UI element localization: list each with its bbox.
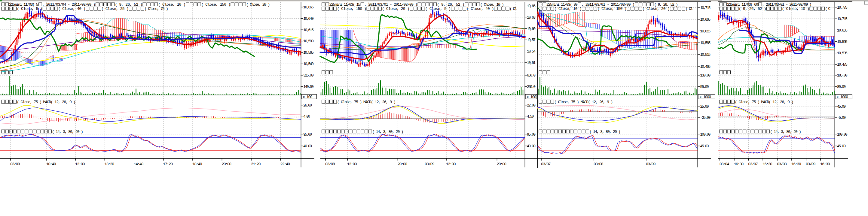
svg-text:03/08: 03/08 (594, 162, 603, 167)
svg-text:10,590: 10,590 (303, 39, 314, 43)
svg-text:10,60: 10,60 (527, 27, 535, 31)
svg-text:10,595: 10,595 (837, 40, 847, 44)
svg-text:45.00: 45.00 (700, 144, 709, 148)
svg-text:25.00: 25.00 (700, 104, 709, 109)
svg-text:16:30: 16:30 (820, 162, 830, 167)
svg-text:( 9, 26, 52 ): ( 9, 26, 52 ) (654, 2, 678, 7)
svg-text:22:40: 22:40 (280, 162, 290, 167)
svg-text:( Close, 20 ): ( Close, 20 ) (382, 7, 410, 11)
svg-text:325.00: 325.00 (303, 73, 314, 78)
svg-text:( Close, 75 ) MACD( 12, 26, 9: ( Close, 75 ) MACD( 12, 26, 9 ) (554, 100, 613, 104)
svg-text:40.00: 40.00 (527, 144, 535, 148)
svg-text:45.00: 45.00 (837, 144, 846, 148)
svg-text:10,66: 10,66 (527, 4, 535, 8)
svg-text:10:40: 10:40 (46, 162, 56, 167)
svg-text:, 2011/03/01 - 2011/03/09 ): , 2011/03/01 - 2011/03/09 ) (582, 2, 635, 7)
svg-text:( 14, 3, 80, 20 ): ( 14, 3, 80, 20 ) (770, 130, 801, 134)
svg-text:( 14, 3, 80, 20 ): ( 14, 3, 80, 20 ) (372, 130, 404, 134)
svg-text:( Close, 10 ): ( Close, 10 ) (158, 2, 186, 7)
svg-text:22.00: 22.00 (527, 103, 535, 108)
svg-text:( Close, 75 ) MACD( 12, 26, 9: ( Close, 75 ) MACD( 12, 26, 9 ) (337, 100, 396, 104)
svg-text:( 14, 3, 80, 20 ): ( 14, 3, 80, 20 ) (589, 130, 621, 134)
svg-text:18:40: 18:40 (192, 162, 202, 167)
svg-text:( Close, 25 ): ( Close, 25 ) (101, 7, 129, 11)
svg-text:03/09: 03/09 (806, 162, 816, 167)
svg-text:03/09: 03/09 (646, 162, 656, 167)
svg-text:( Close, 150 ): ( Close, 150 ) (597, 7, 627, 11)
svg-text:, 2011/03/01 - 2011/03/09 ): , 2011/03/01 - 2011/03/09 ) (762, 2, 812, 7)
svg-text:03/09: 03/09 (425, 162, 435, 167)
svg-text:( Cl: ( Cl (686, 7, 693, 11)
svg-text:14:40: 14:40 (134, 162, 144, 167)
svg-text:10,655: 10,655 (837, 28, 847, 33)
svg-text:10,540: 10,540 (303, 62, 314, 66)
svg-text:225mini 11/03( 30: 225mini 11/03( 30 (547, 2, 578, 7)
svg-text:12:00: 12:00 (347, 162, 357, 167)
svg-text:( Close, 75 ) MACD( 12, 26, 9: ( Close, 75 ) MACD( 12, 26, 9 ) (735, 100, 794, 104)
svg-text:26.00: 26.00 (303, 103, 312, 108)
svg-text:( 9, 26, 52 ): ( 9, 26, 52 ) (739, 7, 767, 11)
svg-text:03/07: 03/07 (541, 162, 551, 167)
svg-text:20:00: 20:00 (222, 162, 232, 167)
svg-text:03/09: 03/09 (10, 162, 20, 167)
svg-text:100.00: 100.00 (837, 132, 847, 137)
svg-text:03/04: 03/04 (719, 162, 730, 167)
svg-text:( Close, 75 ) MACD( 12, 26, 9: ( Close, 75 ) MACD( 12, 26, 9 ) (17, 100, 75, 104)
svg-text:10,57: 10,57 (527, 38, 535, 42)
svg-text:10,665: 10,665 (303, 5, 314, 10)
svg-text:( Close, 150 ): ( Close, 150 ) (202, 2, 231, 7)
svg-text:10,535: 10,535 (837, 51, 847, 56)
svg-text:4.50: 4.50 (527, 114, 534, 119)
svg-text:10,515: 10,515 (700, 52, 711, 57)
svg-text:( C: ( C (825, 7, 831, 11)
svg-text:, 2011/03/01 - 2011/03/09 ): , 2011/03/01 - 2011/03/09 ) (364, 2, 417, 7)
svg-text:10,615: 10,615 (700, 29, 711, 34)
svg-text:( 9, 26, 52 ): ( 9, 26, 52 ) (115, 2, 143, 7)
svg-text:21:20: 21:20 (251, 162, 261, 167)
svg-text:03/08: 03/08 (325, 162, 335, 167)
svg-text:650.0: 650.0 (527, 73, 535, 78)
svg-text:03/07: 03/07 (748, 162, 758, 167)
svg-text:17:20: 17:20 (163, 162, 173, 167)
svg-text:12:00: 12:00 (446, 162, 456, 167)
svg-text:x 100: x 100 (303, 95, 313, 99)
svg-text:10,715: 10,715 (700, 6, 711, 10)
svg-text:x 1000: x 1000 (836, 95, 848, 99)
svg-text:-25.00: -25.00 (700, 115, 711, 120)
svg-text:40.00: 40.00 (303, 144, 312, 148)
svg-text:95.00: 95.00 (527, 132, 535, 137)
svg-text:10,63: 10,63 (527, 15, 535, 20)
svg-text:80.00: 80.00 (837, 84, 846, 89)
svg-text:( Close, 75 ): ( Close, 75 ) (144, 7, 168, 11)
svg-text:10,475: 10,475 (837, 62, 847, 67)
svg-text:16:30: 16:30 (792, 162, 801, 167)
svg-text:x 1000: x 1000 (700, 95, 711, 99)
svg-text:225mini 11/03( 5: 225mini 11/03( 5 (9, 2, 38, 7)
svg-text:10,465: 10,465 (700, 65, 711, 69)
svg-text:10,565: 10,565 (303, 50, 314, 55)
svg-text:10,640: 10,640 (303, 16, 314, 21)
svg-text:( Close, 10 ): ( Close, 10 ) (554, 7, 582, 11)
svg-text:4.00: 4.00 (303, 114, 310, 119)
svg-text:( Close, 10 ): ( Close, 10 ) (782, 7, 810, 11)
svg-text:10,615: 10,615 (303, 28, 314, 32)
svg-text:12:00: 12:00 (75, 162, 85, 167)
svg-text:250.0: 250.0 (527, 84, 535, 89)
svg-text:03/08: 03/08 (777, 162, 787, 167)
svg-text:( Close, 20 ): ( Close, 20 ) (246, 2, 270, 7)
svg-text:20:00: 20:00 (497, 162, 507, 167)
svg-text:45.00: 45.00 (837, 104, 846, 109)
svg-text:225mini 11/03( 15: 225mini 11/03( 15 (330, 2, 361, 7)
svg-text:20:00: 20:00 (398, 162, 408, 167)
svg-text:, 2011/03/04 - 2011/03/09 ): , 2011/03/04 - 2011/03/09 ) (42, 2, 96, 7)
svg-text:( Close, 40 ): ( Close, 40 ) (466, 7, 494, 11)
svg-text:140.00: 140.00 (303, 84, 314, 89)
svg-text:( Close, 40 ): ( Close, 40 ) (58, 7, 86, 11)
svg-text:( Close, 10 ): ( Close, 10 ) (480, 2, 504, 7)
svg-text:95.00: 95.00 (303, 132, 312, 137)
svg-text:16:30: 16:30 (734, 162, 744, 167)
svg-text:225mini 11/03( 60: 225mini 11/03( 60 (727, 2, 758, 7)
svg-text:x 100: x 100 (527, 95, 536, 99)
svg-text:100.00: 100.00 (700, 132, 711, 137)
svg-text:13:20: 13:20 (104, 162, 115, 167)
